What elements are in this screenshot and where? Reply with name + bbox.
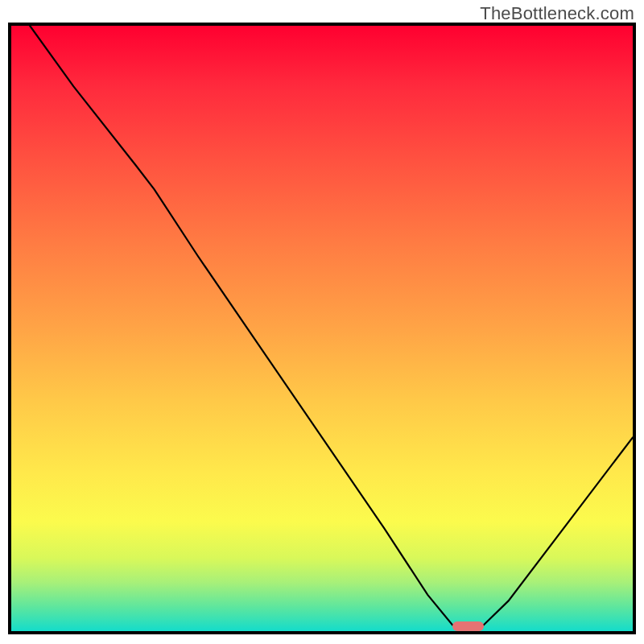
- plot-area: [8, 23, 636, 634]
- watermark-label: TheBottleneck.com: [480, 3, 634, 24]
- chart-curve-svg: [11, 26, 633, 631]
- optimal-marker: [452, 621, 484, 631]
- curve-path: [30, 26, 633, 625]
- chart-frame: TheBottleneck.com: [0, 0, 644, 644]
